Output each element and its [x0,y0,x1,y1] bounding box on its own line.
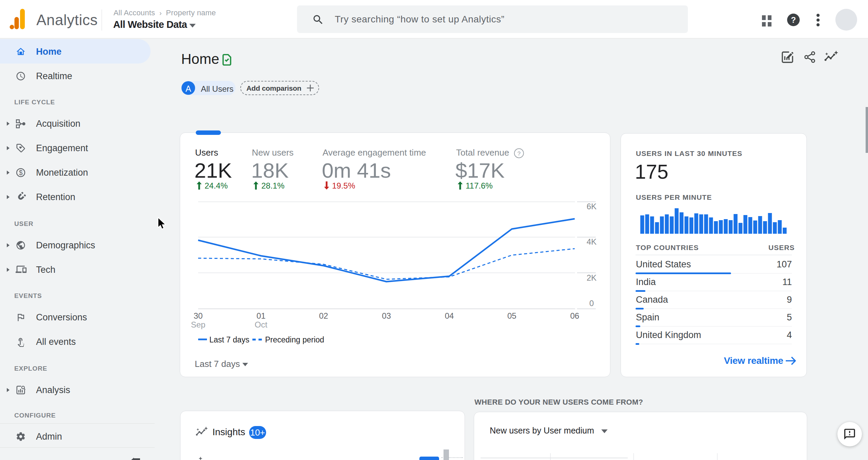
svg-text:02: 02 [319,311,328,320]
svg-text:06: 06 [570,311,579,320]
svg-text:05: 05 [507,311,517,320]
svg-text:6K: 6K [587,202,596,211]
svg-text:$: $ [19,169,22,176]
svg-text:4K: 4K [587,237,596,246]
svg-text:?: ? [791,15,796,24]
svg-text:03: 03 [382,311,391,320]
svg-text:0: 0 [589,299,594,308]
svg-text:01: 01 [257,311,266,320]
svg-text:?: ? [517,151,520,157]
svg-text:04: 04 [445,311,454,320]
svg-text:Sep: Sep [191,320,206,329]
svg-text:Oct: Oct [255,320,267,329]
svg-text:30: 30 [194,311,203,320]
svg-text:2K: 2K [587,273,596,282]
